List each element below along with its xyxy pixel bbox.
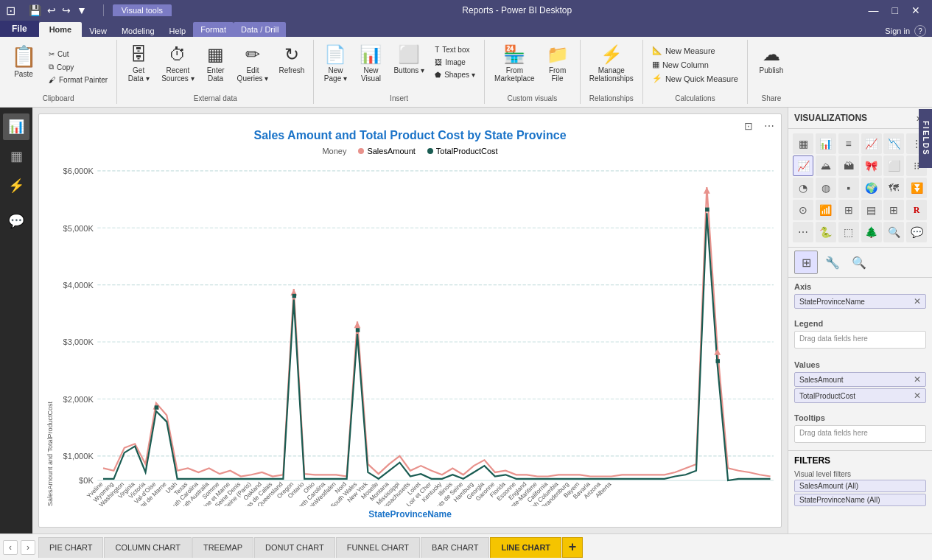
- menu-data-drill[interactable]: Data / Drill: [234, 22, 286, 37]
- viz-qna[interactable]: 💬: [906, 222, 927, 242]
- legend-drop-zone[interactable]: Drag data fields here: [794, 331, 926, 349]
- viz-r-script[interactable]: R: [906, 200, 927, 220]
- file-menu-btn[interactable]: File: [0, 21, 39, 37]
- viz-matrix[interactable]: ⊞: [883, 200, 904, 220]
- tab-treemap[interactable]: TREEMAP: [192, 537, 253, 558]
- from-file-btn[interactable]: 📁 FromFile: [541, 41, 575, 85]
- filter-sales-tag[interactable]: SalesAmount (All): [794, 480, 926, 492]
- tab-prev-btn[interactable]: ‹: [3, 540, 18, 555]
- axis-field-remove[interactable]: ✕: [914, 296, 921, 307]
- maximize-btn[interactable]: □: [886, 0, 904, 21]
- fields-sidebar-label[interactable]: FIELDS: [919, 109, 932, 168]
- viz-ribbon[interactable]: 🎀: [861, 155, 882, 176]
- tab-donut-chart[interactable]: DONUT CHART: [254, 537, 335, 558]
- format-tab-btn[interactable]: 🔧: [821, 251, 844, 274]
- viz-area[interactable]: ⛰: [816, 155, 836, 176]
- image-btn[interactable]: 🖼 Image: [430, 57, 480, 68]
- redo-btn[interactable]: ↪: [60, 4, 72, 16]
- new-quick-measure-btn[interactable]: ⚡ New Quick Measure: [648, 72, 743, 85]
- viz-pie[interactable]: ◔: [793, 178, 813, 198]
- minimize-btn[interactable]: —: [863, 0, 885, 21]
- values-field1-remove[interactable]: ✕: [914, 374, 921, 385]
- viz-vert-bar-col[interactable]: ⬚: [838, 222, 859, 242]
- signin-link[interactable]: Sign in: [885, 27, 910, 35]
- analytics-tab-btn[interactable]: 🔍: [847, 251, 871, 274]
- new-page-btn[interactable]: 📄 NewPage ▾: [318, 41, 352, 85]
- new-measure-btn[interactable]: 📐 New Measure: [648, 44, 743, 57]
- publish-btn[interactable]: ☁ Publish: [752, 41, 791, 77]
- close-btn[interactable]: ✕: [905, 0, 926, 21]
- viz-table[interactable]: ▤: [861, 200, 882, 220]
- menu-help[interactable]: Help: [162, 25, 194, 37]
- tab-next-btn[interactable]: ›: [21, 540, 35, 555]
- viz-100-bar[interactable]: ≡: [838, 133, 859, 154]
- fields-tab-btn[interactable]: ⊞: [794, 251, 818, 274]
- qa-dropdown-btn[interactable]: ▼: [75, 4, 88, 16]
- shapes-btn[interactable]: ⬟ Shapes ▾: [430, 69, 480, 80]
- viz-gauge[interactable]: ⊙: [793, 200, 813, 220]
- viz-line[interactable]: 📈: [793, 155, 813, 176]
- tab-pie-chart[interactable]: PIE CHART: [38, 537, 103, 558]
- viz-filled-map[interactable]: 🗺: [883, 178, 904, 198]
- menu-format[interactable]: Format: [193, 22, 234, 37]
- sidebar-model-icon[interactable]: ⚡: [3, 172, 29, 199]
- viz-funnel[interactable]: ⏬: [906, 178, 927, 198]
- sidebar-report-icon[interactable]: 📊: [3, 113, 29, 140]
- viz-ai[interactable]: 🔍: [883, 222, 904, 242]
- enter-data-btn[interactable]: ▦ EnterData: [200, 41, 231, 85]
- tab-funnel-chart[interactable]: FUNNEL CHART: [336, 537, 420, 558]
- chart-inner[interactable]: $6,000K $5,000K $4,000K $3,000K $2,000K …: [57, 161, 774, 506]
- help-icon[interactable]: ?: [914, 25, 926, 37]
- viz-more[interactable]: ⋯: [793, 222, 813, 242]
- undo-btn[interactable]: ↩: [46, 4, 57, 16]
- add-page-btn[interactable]: +: [562, 537, 583, 558]
- menu-view[interactable]: View: [82, 25, 114, 37]
- sidebar-data-icon[interactable]: ▦: [3, 143, 29, 169]
- viz-clustered-bar[interactable]: 📊: [816, 133, 836, 154]
- more-options-btn[interactable]: ⋯: [760, 117, 778, 135]
- ribbon-group-external: 🗄 GetData ▾ ⏱ RecentSources ▾ ▦ EnterDat…: [117, 40, 314, 104]
- recent-sources-btn[interactable]: ⏱ RecentSources ▾: [157, 41, 198, 85]
- tab-line-chart[interactable]: LINE CHART: [490, 537, 561, 558]
- viz-kpi[interactable]: 📶: [816, 200, 836, 220]
- viz-donut[interactable]: ◍: [816, 178, 836, 198]
- menu-modeling[interactable]: Modeling: [114, 25, 162, 37]
- paste-btn[interactable]: 📋 Paste: [4, 41, 43, 81]
- new-visual-btn[interactable]: 📊 NewVisual: [354, 41, 388, 85]
- viz-map[interactable]: 🌍: [861, 178, 882, 198]
- manage-relationships-btn[interactable]: ⚡ ManageRelationships: [585, 41, 638, 85]
- viz-stacked-col[interactable]: 📈: [861, 133, 882, 154]
- viz-stacked-area[interactable]: 🏔: [838, 155, 859, 176]
- viz-stacked-bar[interactable]: ▦: [793, 133, 813, 154]
- text-box-btn[interactable]: T Text box: [430, 44, 480, 55]
- viz-clustered-col[interactable]: 📉: [883, 133, 904, 154]
- from-marketplace-btn[interactable]: 🏪 FromMarketplace: [490, 41, 539, 85]
- y-axis-label: SalesAmount and TotalProductCost: [46, 161, 54, 506]
- tab-bar-chart[interactable]: BAR CHART: [421, 537, 489, 558]
- focus-mode-btn[interactable]: ⊡: [740, 117, 757, 135]
- copy-btn[interactable]: ⧉Copy: [44, 61, 112, 73]
- values-field2-tag[interactable]: TotalProductCost ✕: [794, 388, 926, 403]
- menu-home[interactable]: Home: [39, 22, 83, 37]
- sidebar-qa-icon[interactable]: 💬: [3, 208, 29, 234]
- save-btn[interactable]: 💾: [27, 4, 43, 16]
- values-field1-tag[interactable]: SalesAmount ✕: [794, 372, 926, 387]
- edit-queries-btn[interactable]: ✏ EditQueries ▾: [233, 41, 273, 85]
- viz-decomp[interactable]: 🌲: [861, 222, 882, 242]
- cut-btn[interactable]: ✂Cut: [44, 49, 112, 60]
- format-painter-btn[interactable]: 🖌Format Painter: [44, 74, 112, 85]
- filter-state-tag[interactable]: StateProvinceName (All): [794, 494, 926, 506]
- ribbon-group-insert: 📄 NewPage ▾ 📊 NewVisual ⬜ Buttons ▾ T Te…: [314, 40, 484, 104]
- get-data-btn[interactable]: 🗄 GetData ▾: [122, 41, 155, 85]
- values-field2-remove[interactable]: ✕: [914, 391, 921, 401]
- tab-column-chart[interactable]: COLUMN CHART: [104, 537, 191, 558]
- viz-treemap[interactable]: ▪: [838, 178, 859, 198]
- viz-slicer[interactable]: ⊞: [838, 200, 859, 220]
- buttons-btn[interactable]: ⬜ Buttons ▾: [389, 41, 429, 77]
- refresh-btn[interactable]: ↻ Refresh: [274, 41, 309, 77]
- viz-waterfall[interactable]: ⬜: [883, 155, 904, 176]
- tooltips-drop-zone[interactable]: Drag data fields here: [794, 425, 926, 443]
- viz-python[interactable]: 🐍: [816, 222, 836, 242]
- new-column-btn[interactable]: ▦ New Column: [648, 58, 743, 71]
- axis-field-tag[interactable]: StateProvinceName ✕: [794, 294, 926, 309]
